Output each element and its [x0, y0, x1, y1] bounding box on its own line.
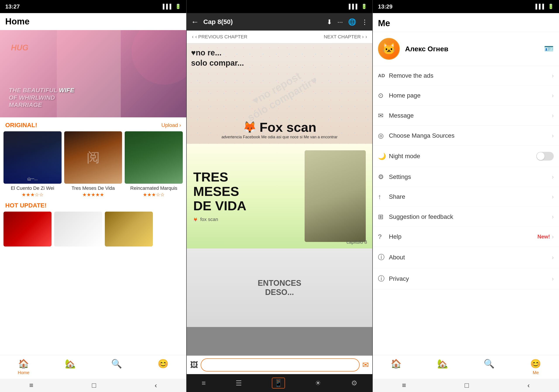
manga-item-2[interactable]: 阅 Tres Meses De Vida ★★★★★ — [64, 131, 122, 198]
ad-icon: AD — [378, 73, 389, 79]
page2-chapter-num: capitulo 8 — [346, 239, 367, 245]
reader-header: ← Cap 8(50) ⬇ ··· 🌐 ⋮ — [187, 13, 372, 31]
menu-remove-ads[interactable]: AD Remove the ads › — [373, 66, 559, 86]
banner[interactable]: HUG THE BEAUTIFUL WIFE OF WHIRLWIND MARR… — [0, 30, 186, 117]
next-chapter-btn[interactable]: NEXT CHAPTER › › — [319, 31, 372, 43]
hot-cover-1[interactable] — [3, 212, 52, 247]
message-icon: ✉ — [378, 112, 389, 119]
home-title: Home — [0, 13, 186, 30]
nav-right-search[interactable]: 🔍 — [484, 359, 494, 375]
manga-item-3[interactable]: Reincarnated Marquis ★★★☆☆ — [125, 131, 183, 198]
page2-tres: TRES — [193, 170, 246, 184]
reader-menu-btn[interactable]: ≡ — [202, 379, 206, 387]
image-icon[interactable]: 🖼 — [190, 360, 198, 370]
send-icon[interactable]: ✉ — [362, 360, 369, 370]
menu-home-page[interactable]: ⊙ Home page › — [373, 86, 559, 106]
manga-stars-1: ★★★☆☆ — [22, 192, 43, 198]
reader-phone-btn[interactable]: 📱 — [272, 378, 285, 389]
original-label: ORIGINAL! — [5, 122, 37, 129]
reader-brightness-btn[interactable]: ☀ — [315, 379, 321, 387]
profile-nav-icon: 😊 — [158, 359, 168, 369]
reader-bottom-bar: 🖼 ✉ — [187, 356, 372, 374]
night-mode-icon: 🌙 — [378, 152, 389, 160]
back-btn-right[interactable]: ‹ — [527, 381, 530, 389]
home-panel: 13:27 ▌▌▌ 🔋 Home HUG THE BEAUTIFUL WIFE … — [0, 0, 186, 392]
home-page-label: Home page — [389, 92, 552, 99]
hot-cover-3[interactable] — [105, 212, 153, 247]
sources-icon: ◎ — [378, 132, 389, 139]
home-btn[interactable]: □ — [92, 381, 96, 389]
home-title-text: Home — [5, 17, 29, 26]
status-bar-left: 13:27 ▌▌▌ 🔋 — [0, 0, 186, 13]
nav-right-home[interactable]: 🏠 — [391, 359, 401, 375]
comment-input[interactable] — [201, 358, 360, 372]
back-btn[interactable]: ‹ — [155, 381, 157, 389]
about-icon: ⓘ — [378, 253, 389, 262]
about-label: About — [389, 254, 552, 261]
fox-icon: 🦊 — [242, 121, 257, 134]
menu-privacy[interactable]: ⓘ Privacy › — [373, 268, 559, 289]
prev-chapter-btn[interactable]: ‹ ‹ PREVIOUS CHAPTER — [187, 31, 253, 43]
nav-right-library[interactable]: 🏡 — [437, 359, 448, 375]
manga-title-3: Reincarnated Marquis — [130, 185, 177, 191]
menu-btn[interactable]: ≡ — [29, 381, 33, 389]
download-icon[interactable]: ⬇ — [327, 18, 332, 26]
wifi-icon: 🔋 — [175, 4, 181, 9]
sources-label: Choose Manga Sources — [389, 132, 552, 139]
menu-section-settings: ◎ Choose Manga Sources › 🌙 Night mode ⚙ … — [373, 126, 559, 289]
page2-character — [305, 150, 366, 242]
prev-label: ‹ PREVIOUS CHAPTER — [195, 34, 247, 40]
toggle-knob — [537, 152, 545, 160]
page2-devida: DE VIDA — [193, 199, 246, 213]
menu-about[interactable]: ⓘ About › — [373, 247, 559, 268]
menu-feedback[interactable]: ⊞ Suggestion or feedback › — [373, 207, 559, 227]
home-page-icon: ⊙ — [378, 92, 389, 99]
nav-search[interactable]: 🔍 — [111, 359, 122, 375]
menu-share[interactable]: ↑ Share › — [373, 187, 559, 207]
nav-profile[interactable]: 😊 — [158, 359, 168, 375]
arrow-sources: › — [552, 132, 554, 139]
profile-section[interactable]: 🐱 Алекс Огнев 🪪 — [373, 32, 559, 66]
reader-panel: ▌▌▌ 🔋 ← Cap 8(50) ⬇ ··· 🌐 ⋮ ‹ ‹ PREVIOUS… — [186, 0, 373, 392]
page1-content: ♥no re... solo compar... — [191, 48, 368, 68]
page1-top-text: ♥no re... solo compar... — [191, 48, 368, 68]
night-mode-label: Night mode — [389, 153, 536, 160]
menu-night-mode[interactable]: 🌙 Night mode — [373, 146, 559, 167]
manga-overlay-2: 阅 — [64, 131, 122, 184]
menu-help[interactable]: ? Help New! › — [373, 227, 559, 247]
kebab-icon[interactable]: ⋮ — [361, 18, 368, 26]
menu-btn-right[interactable]: ≡ — [402, 381, 406, 389]
nav-right-me[interactable]: 😊 Me — [530, 359, 541, 375]
manga-page-2: TRES MESES DE VIDA 🦊 fox scan capitulo 8 — [187, 144, 372, 249]
more-icon[interactable]: ··· — [337, 18, 343, 26]
back-arrow[interactable]: ← — [191, 17, 199, 27]
page1-bottom: advertencia Facebook Me odia asi que noc… — [191, 135, 368, 139]
globe-icon[interactable]: 🌐 — [348, 18, 356, 26]
settings-icon: ⚙ — [378, 173, 389, 181]
menu-choose-sources[interactable]: ◎ Choose Manga Sources › — [373, 126, 559, 146]
hot-cover-2[interactable] — [54, 212, 102, 247]
page2-text-block: TRES MESES DE VIDA 🦊 fox scan — [193, 170, 246, 222]
reader-content[interactable]: ♥no re... solo compar... ♥no repostsólo … — [187, 44, 372, 356]
battery-icon-middle: 🔋 — [361, 4, 367, 9]
system-nav-left: ≡ □ ‹ — [0, 379, 186, 392]
profile-card-icon[interactable]: 🪪 — [544, 44, 554, 53]
feedback-icon: ⊞ — [378, 213, 389, 221]
night-mode-toggle[interactable] — [536, 152, 554, 160]
reader-chapters-btn[interactable]: ☰ — [236, 379, 242, 387]
manga-cover-1: 山一… — [3, 131, 62, 184]
home-btn-right[interactable]: □ — [465, 381, 469, 389]
menu-settings[interactable]: ⚙ Settings › — [373, 167, 559, 187]
me-nav-label: Me — [532, 370, 539, 375]
upload-link[interactable]: Upload › — [161, 122, 181, 128]
time-right: 13:29 — [378, 3, 393, 10]
nav-library[interactable]: 🏡 — [65, 359, 76, 375]
arrow-message: › — [552, 112, 554, 119]
menu-message[interactable]: ✉ Message › — [373, 106, 559, 125]
reader-settings-btn[interactable]: ⚙ — [351, 379, 357, 387]
original-section-header: ORIGINAL! Upload › — [0, 117, 186, 131]
manga-item-1[interactable]: 山一… El Cuento De Zi Wei ★★★☆☆ — [3, 131, 62, 198]
nav-home[interactable]: 🏠 Home — [18, 359, 29, 375]
manga-overlay-3 — [125, 131, 183, 184]
chapter-title: Cap 8(50) — [203, 18, 322, 26]
